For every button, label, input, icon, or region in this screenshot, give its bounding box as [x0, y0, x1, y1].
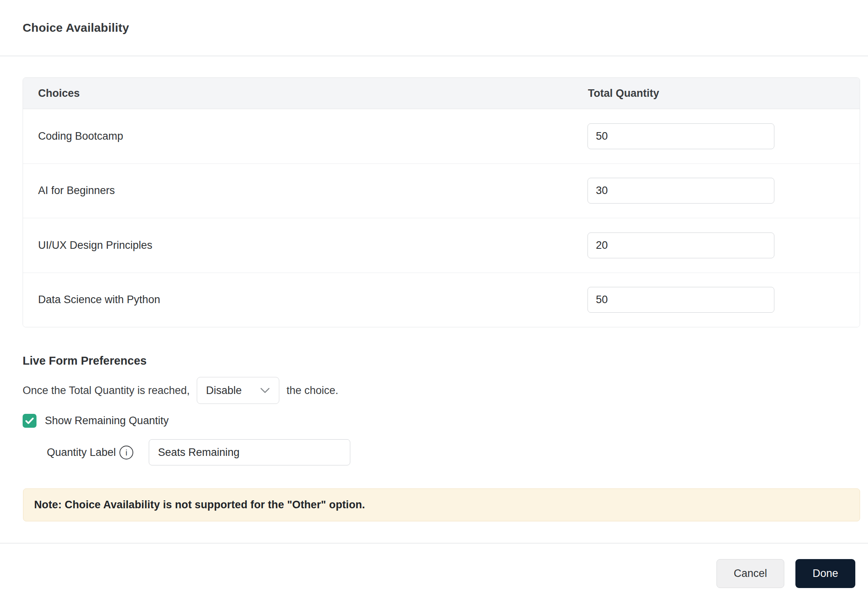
- note-banner: Note: Choice Availability is not support…: [23, 488, 860, 521]
- quantity-input[interactable]: [588, 178, 774, 204]
- quantity-cell: [588, 287, 860, 313]
- quantity-cell: [588, 123, 860, 149]
- page-title: Choice Availability: [23, 21, 129, 35]
- dropdown-selected-value: Disable: [206, 384, 260, 397]
- footer-divider: [0, 543, 868, 544]
- checkmark-icon: [25, 417, 34, 425]
- quantity-input[interactable]: [588, 233, 774, 258]
- quantity-input[interactable]: [588, 287, 774, 313]
- table-header-row: Choices Total Quantity: [23, 78, 860, 109]
- choice-label: AI for Beginners: [23, 185, 588, 197]
- quantity-reached-sentence: Once the Total Quantity is reached, Disa…: [23, 377, 338, 404]
- show-remaining-quantity-row: Show Remaining Quantity: [23, 414, 169, 428]
- cancel-button[interactable]: Cancel: [716, 559, 784, 588]
- table-row: AI for Beginners: [23, 164, 860, 219]
- choice-label: UI/UX Design Principles: [23, 239, 588, 252]
- quantity-label-text: Quantity Label: [47, 446, 116, 459]
- column-header-choices: Choices: [23, 87, 588, 100]
- quantity-label-input[interactable]: [149, 439, 350, 465]
- show-remaining-quantity-checkbox[interactable]: [23, 414, 36, 428]
- choice-availability-dialog: Choice Availability Choices Total Quanti…: [0, 0, 868, 592]
- column-header-total-quantity: Total Quantity: [588, 87, 860, 100]
- table-row: Data Science with Python: [23, 273, 860, 327]
- quantity-reached-action-dropdown[interactable]: Disable: [197, 377, 279, 404]
- section-heading-live-form-preferences: Live Form Preferences: [23, 354, 147, 367]
- choice-label: Data Science with Python: [23, 294, 588, 306]
- quantity-input[interactable]: [588, 123, 774, 149]
- quantity-cell: [588, 233, 860, 258]
- quantity-label-row: Quantity Label i: [47, 439, 350, 465]
- sentence-prefix: Once the Total Quantity is reached,: [23, 384, 190, 397]
- chevron-down-icon: [260, 387, 270, 394]
- table-row: UI/UX Design Principles: [23, 218, 860, 273]
- note-text: Note: Choice Availability is not support…: [34, 499, 365, 511]
- table-row: Coding Bootcamp: [23, 109, 860, 164]
- sentence-suffix: the choice.: [286, 384, 338, 397]
- choices-table: Choices Total Quantity Coding Bootcamp A…: [23, 77, 860, 327]
- show-remaining-quantity-label: Show Remaining Quantity: [45, 415, 169, 427]
- choice-label: Coding Bootcamp: [23, 130, 588, 142]
- info-icon[interactable]: i: [119, 446, 133, 459]
- done-button[interactable]: Done: [795, 559, 855, 588]
- dialog-header: Choice Availability: [0, 0, 868, 56]
- quantity-cell: [588, 178, 860, 204]
